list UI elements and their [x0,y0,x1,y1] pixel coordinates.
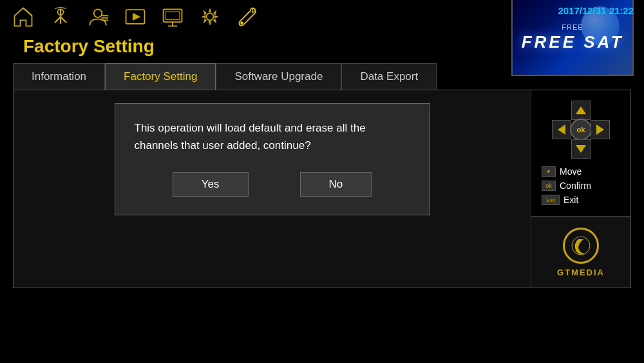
svg-rect-13 [166,12,180,20]
dpad-left[interactable] [552,120,571,139]
tab-information[interactable]: Information [13,63,105,90]
freesat-text: FREE SAT [522,32,624,52]
dpad-ok[interactable]: ok [570,119,592,141]
gtmedia-circle [563,228,599,264]
home-icon[interactable] [10,4,36,30]
dialog-box: This operation will load default and era… [115,103,430,215]
svg-rect-10 [164,9,182,22]
svg-point-14 [207,14,214,21]
svg-line-1 [55,17,61,23]
arrow-right-icon [596,124,604,135]
page-title: Factory Setting [10,31,167,63]
dialog-buttons: Yes No [135,172,410,197]
user-icon[interactable] [85,4,111,30]
settings-icon[interactable] [197,4,223,30]
control-legend: ✦ Move ok Confirm Exit Exit [538,166,624,208]
dialog-message: This operation will load default and era… [135,119,410,154]
gtmedia-text: GTMEDIA [557,268,605,277]
display-icon[interactable] [160,4,185,30]
move-key: ✦ [542,166,556,177]
ok-key: ok [542,181,556,191]
datetime-display: 2017/12/31 21:22 [558,5,634,16]
dpad-right[interactable] [591,120,610,139]
tab-data-export[interactable]: Data Export [341,63,437,90]
dpad: ok [552,101,610,159]
dpad-down[interactable] [571,139,591,159]
arrow-left-icon [558,124,565,135]
content-panel: This operation will load default and era… [14,90,531,288]
dpad-up[interactable] [571,101,591,120]
media-icon[interactable] [122,4,148,30]
navigation-control: ok ✦ Move ok Confirm Exit [531,90,630,217]
confirm-label: Confirm [560,181,591,191]
svg-point-4 [94,9,102,17]
yes-button[interactable]: Yes [173,172,249,197]
exit-key: Exit [542,195,560,205]
tab-factory-setting[interactable]: Factory Setting [105,63,216,90]
gtmedia-logo: GTMEDIA [531,217,630,288]
gtmedia-moon-icon [569,234,592,257]
antenna-icon[interactable] [48,4,73,30]
arrow-up-icon [576,106,586,114]
svg-line-2 [61,17,66,23]
tools-icon[interactable] [234,4,260,30]
svg-marker-9 [133,14,140,21]
right-panel: ok ✦ Move ok Confirm Exit [531,90,630,288]
no-button[interactable]: No [300,172,372,197]
move-label: Move [560,166,582,177]
svg-point-15 [241,22,243,25]
navigation-bar [10,4,260,30]
arrow-down-icon [576,145,586,153]
exit-label: Exit [564,195,578,205]
tab-software-upgrade[interactable]: Software Upgrade [216,63,341,90]
